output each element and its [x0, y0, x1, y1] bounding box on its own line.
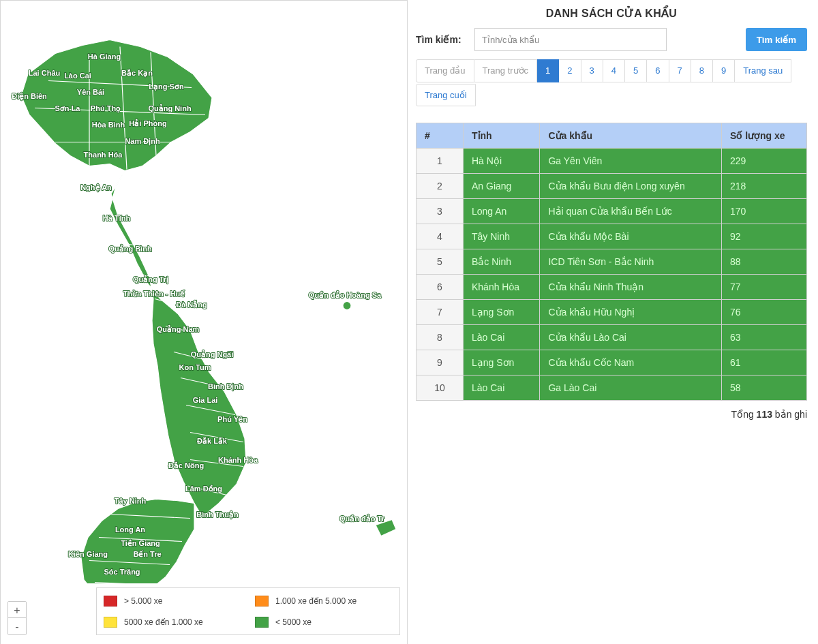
province-label[interactable]: Bình Thuận [196, 510, 239, 519]
province-label[interactable]: Tiền Giang [121, 539, 160, 547]
province-label[interactable]: Hà Giang [88, 52, 121, 61]
province-label[interactable]: Hòa Bình [92, 121, 125, 129]
vietnam-map-svg[interactable]: Hà GiangLai ChâuLào CaiBắc KạnYên BáiLạn… [7, 7, 400, 583]
table-row[interactable]: 8Lào CaiCửa khẩu Lào Cai63 [416, 325, 807, 350]
province-label[interactable]: Sơn La [55, 104, 81, 112]
cell-gate: Cửa khẩu Ninh Thuận [540, 275, 721, 300]
search-row: Tìm kiếm: Tìm kiếm [416, 28, 807, 51]
cell-idx: 7 [416, 300, 464, 325]
pager-page-7[interactable]: 7 [669, 59, 691, 82]
province-label[interactable]: Lạng Sơn [149, 82, 184, 91]
cell-idx: 3 [416, 199, 464, 224]
zoom-in-button[interactable]: + [8, 602, 26, 618]
pager-prev[interactable]: Trang trước [474, 59, 538, 82]
pager-first[interactable]: Trang đầu [416, 59, 474, 82]
pager-page-9[interactable]: 9 [713, 59, 735, 82]
list-panel: DANH SÁCH CỬA KHẨU Tìm kiếm: Tìm kiếm Tr… [408, 0, 818, 644]
province-label[interactable]: Bắc Kạn [121, 69, 153, 78]
cell-idx: 10 [416, 375, 464, 401]
province-label[interactable]: Thừa Thiên - Huế [123, 290, 185, 298]
province-label[interactable]: Quảng Nam [157, 324, 200, 333]
table-row[interactable]: 3Long AnHải quan Cửa khẩu Bến Lức170 [416, 199, 807, 224]
province-label[interactable]: Yên Bái [77, 88, 104, 96]
cell-qty: 61 [721, 350, 806, 375]
pager-page-5[interactable]: 5 [625, 59, 647, 82]
province-label[interactable]: Thanh Hóa [84, 151, 123, 159]
province-label[interactable]: Khánh Hòa [218, 456, 258, 464]
province-label[interactable]: Quảng Ngãi [191, 350, 234, 358]
table-row[interactable]: 9Lạng SơnCửa khẩu Cốc Nam61 [416, 350, 807, 375]
province-label[interactable]: Quần đảo Hoàng Sa [309, 290, 382, 299]
legend-swatch-orange [255, 596, 269, 607]
table-row[interactable]: 6Khánh HòaCửa khẩu Ninh Thuận77 [416, 275, 807, 300]
province-label[interactable]: Bình Định [208, 382, 243, 391]
province-label[interactable]: Long An [115, 525, 145, 534]
search-button[interactable]: Tìm kiếm [746, 28, 807, 51]
cell-idx: 1 [416, 149, 464, 174]
cell-province: Lào Cai [464, 375, 540, 401]
province-label[interactable]: Hà Tĩnh [103, 214, 131, 222]
province-label[interactable]: Phú Yên [217, 415, 247, 423]
table-row[interactable]: 10Lào CaiGa Lào Cai58 [416, 375, 807, 401]
province-label[interactable]: Quảng Trị [133, 275, 168, 284]
province-label[interactable]: Hải Phòng [129, 119, 166, 127]
province-label[interactable]: Quảng Bình [108, 244, 151, 253]
cell-gate: Ga Yên Viên [540, 149, 721, 174]
pager-last[interactable]: Trang cuối [416, 84, 476, 107]
map[interactable]: Hà GiangLai ChâuLào CaiBắc KạnYên BáiLạn… [7, 7, 400, 583]
province-label[interactable]: Điện Biên [12, 92, 47, 101]
legend-label: > 5.000 xe [124, 596, 162, 606]
cell-qty: 76 [721, 300, 806, 325]
cell-province: Lào Cai [464, 325, 540, 350]
pager-page-1[interactable]: 1 [537, 59, 559, 82]
province-label[interactable]: Kon Tum [179, 363, 211, 371]
province-label[interactable]: Lai Châu [29, 69, 60, 77]
province-label[interactable]: Quảng Ninh [148, 104, 191, 112]
search-input[interactable] [474, 28, 667, 51]
pager-page-2[interactable]: 2 [559, 59, 581, 82]
legend-swatch-yellow [104, 617, 117, 628]
table-row[interactable]: 1Hà NộiGa Yên Viên229 [416, 149, 807, 174]
cell-idx: 6 [416, 275, 464, 300]
hoang-sa-dot[interactable] [343, 302, 351, 310]
province-label[interactable]: Phú Thọ [91, 104, 121, 113]
table-row[interactable]: 2An GiangCửa khẩu Bưu điện Long xuyên218 [416, 174, 807, 199]
cell-province: Long An [464, 199, 540, 224]
province-label[interactable]: Lào Cai [64, 72, 91, 80]
province-label[interactable]: Kiên Giang [68, 550, 108, 558]
cell-province: Tây Ninh [464, 224, 540, 249]
cell-qty: 58 [721, 375, 806, 401]
cell-province: Khánh Hòa [464, 275, 540, 300]
pager-page-4[interactable]: 4 [603, 59, 625, 82]
table-row[interactable]: 4Tây NinhCửa khẩu Mộc Bài92 [416, 224, 807, 249]
zoom-out-button[interactable]: - [8, 618, 26, 634]
pager-page-6[interactable]: 6 [647, 59, 669, 82]
province-label[interactable]: Đắc Nông [168, 461, 204, 470]
province-label[interactable]: Bến Tre [133, 550, 161, 558]
col-idx: # [416, 123, 464, 149]
cell-province: Hà Nội [464, 149, 540, 174]
cell-gate: Cửa khẩu Mộc Bài [540, 224, 721, 249]
province-label[interactable]: Sóc Trăng [104, 568, 140, 576]
cell-gate: Cửa khẩu Cốc Nam [540, 350, 721, 375]
col-province: Tỉnh [464, 123, 540, 149]
legend-item: < 5000 xe [255, 617, 393, 628]
province-label[interactable]: Gia Lai [193, 396, 218, 404]
province-label[interactable]: Tây Ninh [115, 497, 147, 505]
legend-label: 1.000 xe đến 5.000 xe [275, 596, 357, 606]
cell-idx: 8 [416, 325, 464, 350]
province-label[interactable]: Lâm Đồng [185, 485, 222, 493]
province-label[interactable]: Nam Định [125, 137, 160, 146]
table-row[interactable]: 5Bắc NinhICD Tiên Sơn - Bắc Ninh88 [416, 249, 807, 275]
province-label[interactable]: Đà Nẵng [176, 300, 207, 309]
pager-next[interactable]: Trang sau [735, 59, 791, 82]
province-label[interactable]: Đắk Lắk [197, 437, 228, 445]
pager-page-3[interactable]: 3 [581, 59, 603, 82]
cell-qty: 77 [721, 275, 806, 300]
cell-qty: 88 [721, 249, 806, 275]
cell-qty: 170 [721, 199, 806, 224]
province-label[interactable]: Nghệ An [80, 183, 112, 192]
pager-page-8[interactable]: 8 [691, 59, 713, 82]
table-row[interactable]: 7Lạng SơnCửa khẩu Hữu Nghị76 [416, 300, 807, 325]
province-label[interactable]: Quần đảo Tr [339, 514, 385, 523]
